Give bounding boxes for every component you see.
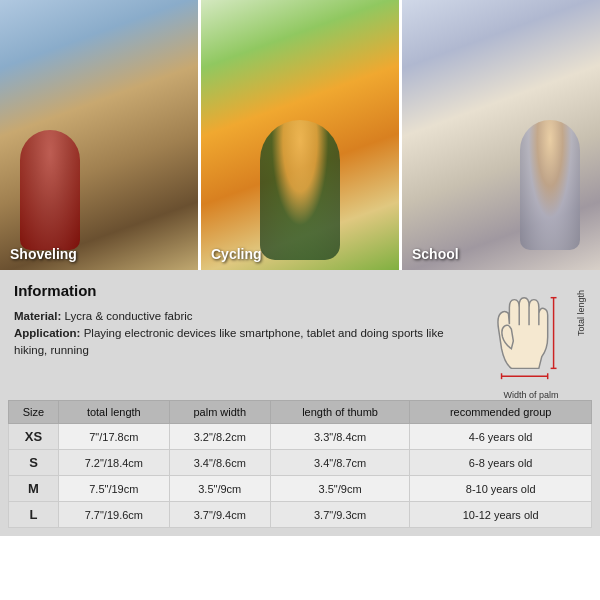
cell-size-3: L — [9, 502, 59, 528]
cell-size-0: XS — [9, 424, 59, 450]
cell-palm-width-3: 3.7"/9.4cm — [169, 502, 270, 528]
cell-palm-width-0: 3.2"/8.2cm — [169, 424, 270, 450]
col-header-thumb-length: length of thumb — [270, 401, 409, 424]
photo-school-label: School — [412, 246, 459, 262]
cell-thumb-length-1: 3.4"/8.7cm — [270, 450, 409, 476]
cell-size-1: S — [9, 450, 59, 476]
table-row: L 7.7"/19.6cm 3.7"/9.4cm 3.7"/9.3cm 10-1… — [9, 502, 592, 528]
diagram-width-label: Width of palm — [503, 390, 558, 400]
photo-shoveling: Shoveling — [0, 0, 198, 270]
cell-total-length-3: 7.7"/19.6cm — [58, 502, 169, 528]
cell-group-1: 6-8 years old — [410, 450, 592, 476]
photo-cycling: Cycling — [201, 0, 399, 270]
material-label: Material: — [14, 310, 61, 322]
material-line: Material: Lycra & conductive fabric — [14, 308, 466, 325]
col-header-palm-width: palm width — [169, 401, 270, 424]
cell-total-length-2: 7.5"/19cm — [58, 476, 169, 502]
cell-palm-width-2: 3.5"/9cm — [169, 476, 270, 502]
material-value: Lycra & conductive fabric — [65, 310, 193, 322]
size-table: Size total length palm width length of t… — [8, 400, 592, 528]
glove-diagram: Total length Width of palm — [476, 280, 586, 400]
glove-svg — [486, 280, 576, 388]
info-section: Information Material: Lycra & conductive… — [0, 270, 600, 400]
photo-cycling-label: Cycling — [211, 246, 262, 262]
table-row: M 7.5"/19cm 3.5"/9cm 3.5"/9cm 8-10 years… — [9, 476, 592, 502]
application-label: Application: — [14, 327, 80, 339]
table-row: S 7.2"/18.4cm 3.4"/8.6cm 3.4"/8.7cm 6-8 … — [9, 450, 592, 476]
cell-size-2: M — [9, 476, 59, 502]
cell-group-3: 10-12 years old — [410, 502, 592, 528]
col-header-total-length: total length — [58, 401, 169, 424]
info-title: Information — [14, 280, 466, 303]
cell-thumb-length-2: 3.5"/9cm — [270, 476, 409, 502]
info-text-block: Information Material: Lycra & conductive… — [14, 280, 466, 400]
col-header-group: recommended group — [410, 401, 592, 424]
cell-thumb-length-3: 3.7"/9.3cm — [270, 502, 409, 528]
cell-total-length-0: 7"/17.8cm — [58, 424, 169, 450]
size-table-section: Size total length palm width length of t… — [0, 400, 600, 536]
application-line: Application: Playing electronic devices … — [14, 325, 466, 360]
col-header-size: Size — [9, 401, 59, 424]
table-row: XS 7"/17.8cm 3.2"/8.2cm 3.3"/8.4cm 4-6 y… — [9, 424, 592, 450]
cell-total-length-1: 7.2"/18.4cm — [58, 450, 169, 476]
diagram-total-label: Total length — [576, 290, 586, 336]
cell-group-2: 8-10 years old — [410, 476, 592, 502]
cell-group-0: 4-6 years old — [410, 424, 592, 450]
photos-row: Shoveling Cycling School — [0, 0, 600, 270]
cell-palm-width-1: 3.4"/8.6cm — [169, 450, 270, 476]
photo-school: School — [402, 0, 600, 270]
table-header-row: Size total length palm width length of t… — [9, 401, 592, 424]
photo-shoveling-label: Shoveling — [10, 246, 77, 262]
cell-thumb-length-0: 3.3"/8.4cm — [270, 424, 409, 450]
